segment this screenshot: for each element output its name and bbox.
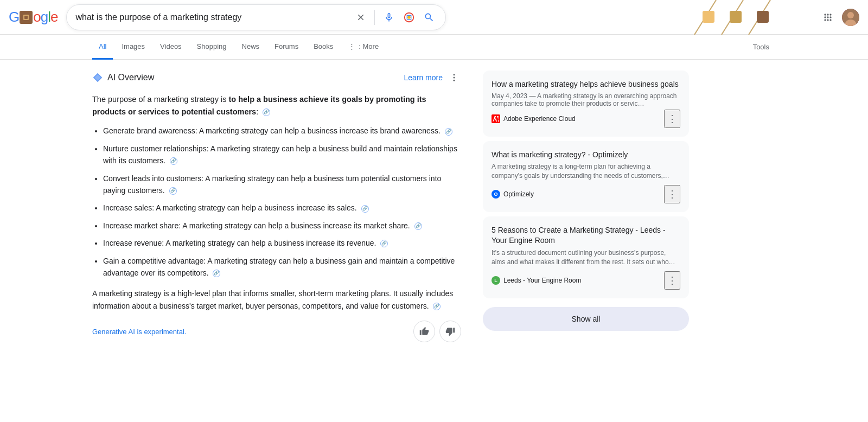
list-item-text: Increase market share: A marketing strat…: [103, 221, 410, 230]
search-button[interactable]: [422, 10, 437, 25]
apps-button[interactable]: [820, 10, 835, 25]
tab-shopping[interactable]: Shopping: [190, 35, 233, 60]
source-card-optimizely[interactable]: What is marketing strategy? - Optimizely…: [483, 141, 689, 212]
list-item-text: Nurture customer relationships: A market…: [103, 144, 457, 165]
logo-letter-g: G: [9, 9, 19, 25]
ai-intro-link-icon[interactable]: [263, 108, 270, 116]
svg-point-10: [824, 14, 826, 15]
leeds-source-menu[interactable]: ⋮: [664, 271, 680, 290]
list-item-link-icon[interactable]: [361, 205, 369, 213]
header-right: [820, 9, 859, 26]
svg-point-17: [827, 19, 828, 21]
show-all-button[interactable]: Show all: [483, 307, 689, 331]
list-item-link-icon[interactable]: [170, 157, 177, 165]
ai-feedback-buttons: [413, 321, 461, 342]
thumbs-down-button[interactable]: [439, 321, 461, 342]
source-footer-optimizely: O Optimizely ⋮: [492, 185, 680, 203]
list-item-text: Convert leads into customers: A marketin…: [103, 174, 441, 195]
svg-point-13: [824, 16, 826, 18]
list-item: Nurture customer relationships: A market…: [103, 143, 461, 167]
list-item-text: Increase revenue: A marketing strategy c…: [103, 239, 376, 247]
tab-videos[interactable]: Videos: [154, 35, 188, 60]
ai-overview-header: AI Overview Learn more: [92, 71, 461, 85]
optimizely-source-menu[interactable]: ⋮: [664, 185, 680, 203]
svg-point-23: [454, 77, 455, 79]
search-input[interactable]: what is the purpose of a marketing strat…: [75, 12, 349, 22]
list-item: Increase market share: A marketing strat…: [103, 220, 461, 232]
list-item: Increase sales: A marketing strategy can…: [103, 202, 461, 214]
ai-summary-paragraph: A marketing strategy is a high-level pla…: [92, 287, 461, 312]
nav-tabs: All Images Videos Shopping News Forums B…: [0, 35, 868, 60]
svg-rect-8: [730, 11, 742, 23]
svg-point-3: [408, 16, 411, 19]
svg-point-14: [827, 16, 828, 18]
list-item-link-icon[interactable]: [380, 240, 388, 247]
list-item-link-icon[interactable]: [414, 222, 422, 230]
ai-diamond-icon: [92, 72, 103, 83]
thumbs-down-icon: [445, 327, 455, 336]
source-snippet-optimizely: A marketing strategy is a long-term plan…: [492, 162, 680, 181]
clear-button[interactable]: [354, 10, 368, 24]
svg-point-24: [454, 80, 455, 81]
ai-overview-title: AI Overview: [107, 73, 154, 82]
list-item-link-icon[interactable]: [445, 128, 452, 136]
search-bar: what is the purpose of a marketing strat…: [66, 4, 446, 30]
list-item: Generate brand awareness: A marketing st…: [103, 125, 461, 137]
ai-overview-controls: Learn more: [404, 71, 461, 85]
microphone-button[interactable]: [381, 10, 397, 25]
svg-rect-7: [703, 11, 714, 23]
apps-grid-icon: [822, 12, 833, 23]
svg-point-12: [829, 14, 831, 15]
lens-button[interactable]: [401, 9, 417, 25]
svg-point-16: [824, 19, 826, 21]
ai-summary-link-icon[interactable]: [433, 303, 441, 310]
source-title-optimizely: What is marketing strategy? - Optimizely: [492, 150, 680, 161]
source-date-adobe: May 4, 2023 — A marketing strategy is an…: [492, 92, 680, 107]
source-card-leeds[interactable]: 5 Reasons to Create a Marketing Strategy…: [483, 216, 689, 298]
food-image-area: [673, 0, 781, 35]
list-item-link-icon[interactable]: [213, 270, 220, 277]
list-item-text: Gain a competitive advantage: A marketin…: [103, 257, 455, 277]
tab-images[interactable]: Images: [115, 35, 151, 60]
leeds-favicon: L: [492, 276, 500, 285]
ai-bullet-list: Generate brand awareness: A marketing st…: [92, 125, 461, 279]
learn-more-button[interactable]: Learn more: [404, 73, 443, 82]
ai-more-options-button[interactable]: [447, 71, 461, 85]
tab-forums[interactable]: Forums: [268, 35, 305, 60]
food-decoration: [684, 0, 781, 35]
list-item-text: Increase sales: A marketing strategy can…: [103, 203, 357, 212]
adobe-logo: [493, 116, 499, 122]
adobe-source-menu[interactable]: ⋮: [664, 110, 680, 128]
tab-news[interactable]: News: [235, 35, 266, 60]
google-logo[interactable]: G o g l e: [9, 9, 58, 25]
source-footer-leeds: L Leeds - Your Engine Room ⋮: [492, 271, 680, 290]
clear-icon: [356, 12, 366, 22]
list-item-link-icon[interactable]: [169, 187, 177, 195]
source-card-adobe[interactable]: How a marketing strategy helps achieve b…: [483, 71, 689, 137]
list-item: Gain a competitive advantage: A marketin…: [103, 255, 461, 279]
svg-rect-1: [24, 16, 28, 19]
source-domain-adobe: Adobe Experience Cloud: [492, 114, 576, 123]
svg-point-18: [829, 19, 831, 21]
tab-books[interactable]: Books: [307, 35, 340, 60]
logo-letter-g2: g: [41, 9, 48, 25]
tab-more[interactable]: ⋮ : More: [342, 35, 385, 60]
svg-point-11: [827, 14, 828, 15]
avatar[interactable]: [842, 9, 859, 26]
thumbs-up-button[interactable]: [413, 321, 435, 342]
search-icon: [424, 12, 435, 23]
svg-point-20: [847, 12, 854, 18]
list-item-text: Generate brand awareness: A marketing st…: [103, 126, 441, 135]
ai-intro-colon: :: [256, 107, 258, 116]
svg-rect-9: [757, 11, 769, 23]
microphone-icon: [384, 12, 394, 23]
list-item: Increase revenue: A marketing strategy c…: [103, 237, 461, 249]
ai-overview-title-area: AI Overview: [92, 72, 154, 83]
source-footer-adobe: Adobe Experience Cloud ⋮: [492, 110, 680, 128]
ai-intro-text: The purpose of a marketing strategy is: [92, 95, 228, 104]
tools-button[interactable]: Tools: [746, 39, 776, 55]
tab-all[interactable]: All: [92, 35, 113, 60]
lens-icon: [403, 11, 415, 23]
source-domain-optimizely: O Optimizely: [492, 190, 534, 199]
ai-overview-body: The purpose of a marketing strategy is t…: [92, 93, 461, 312]
